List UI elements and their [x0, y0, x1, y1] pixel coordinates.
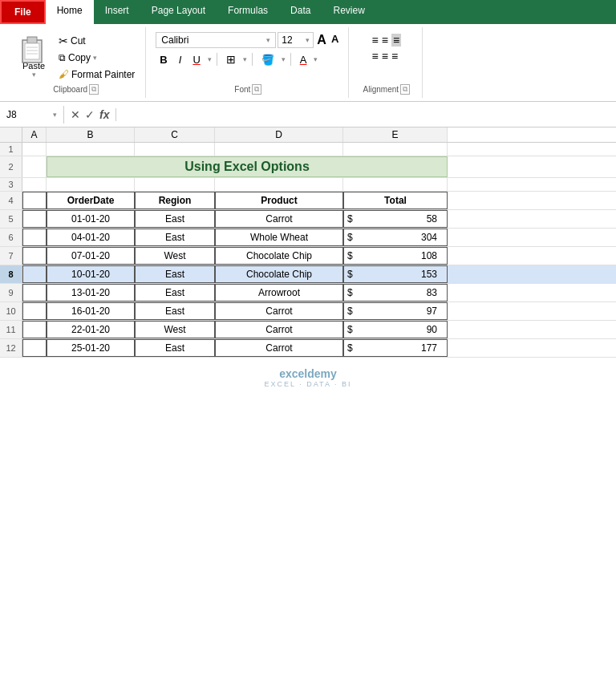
cell-c9[interactable]: East: [135, 284, 215, 302]
font-color-button[interactable]: A: [296, 52, 311, 67]
align-left-button[interactable]: ≡: [372, 50, 379, 63]
cell-d7[interactable]: Chocolate Chip: [215, 247, 343, 265]
cell-c6[interactable]: East: [135, 229, 215, 246]
col-header-a[interactable]: A: [22, 127, 47, 142]
cell-e10[interactable]: $ 97: [343, 302, 448, 320]
cell-reference-box[interactable]: J8 ▾: [0, 106, 64, 123]
formula-input[interactable]: [116, 106, 616, 123]
paste-dropdown-arrow[interactable]: ▾: [32, 71, 36, 79]
cell-d9[interactable]: Arrowroot: [215, 284, 343, 302]
cell-b6[interactable]: 04-01-20: [47, 229, 135, 246]
underline-dropdown[interactable]: ▾: [208, 55, 212, 63]
font-color-dropdown[interactable]: ▾: [314, 55, 318, 63]
cell-c11[interactable]: West: [135, 321, 215, 338]
cell-a10[interactable]: [22, 302, 47, 320]
cell-d4-header[interactable]: Product: [215, 192, 343, 209]
col-header-c[interactable]: C: [135, 127, 215, 142]
cancel-formula-button[interactable]: ✕: [71, 108, 80, 121]
cell-b10[interactable]: 16-01-20: [47, 302, 135, 320]
cell-a1[interactable]: [22, 143, 47, 156]
cell-b8[interactable]: 10-01-20: [47, 265, 135, 283]
row-num-12[interactable]: 12: [0, 339, 22, 357]
increase-font-size-button[interactable]: A: [315, 33, 328, 47]
font-size-dropdown[interactable]: 12 ▾: [278, 32, 314, 48]
insert-function-button[interactable]: fx: [99, 108, 109, 121]
cell-a12[interactable]: [22, 339, 47, 357]
confirm-formula-button[interactable]: ✓: [85, 108, 95, 121]
cell-b5[interactable]: 01-01-20: [47, 210, 135, 228]
row-num-6[interactable]: 6: [0, 229, 22, 246]
cell-e11[interactable]: $ 90: [343, 321, 448, 338]
cell-e3[interactable]: [343, 178, 448, 191]
cell-a11[interactable]: [22, 321, 47, 338]
align-center-button[interactable]: ≡: [382, 50, 388, 63]
cell-e5[interactable]: $ 58: [343, 210, 448, 228]
cell-a4[interactable]: [22, 192, 47, 209]
tab-review[interactable]: Review: [322, 0, 375, 24]
cell-c1[interactable]: [135, 143, 215, 156]
tab-insert[interactable]: Insert: [94, 0, 140, 24]
cell-a2[interactable]: [22, 156, 47, 177]
cell-d11[interactable]: Carrot: [215, 321, 343, 338]
col-header-b[interactable]: B: [47, 127, 135, 142]
tab-file[interactable]: File: [0, 0, 46, 24]
cell-b1[interactable]: [47, 143, 135, 156]
cell-b3[interactable]: [47, 178, 135, 191]
row-num-9[interactable]: 9: [0, 284, 22, 302]
cell-c10[interactable]: East: [135, 302, 215, 320]
cell-b11[interactable]: 22-01-20: [47, 321, 135, 338]
row-num-11[interactable]: 11: [0, 321, 22, 338]
cell-d12[interactable]: Carrot: [215, 339, 343, 357]
row-num-4[interactable]: 4: [0, 192, 22, 209]
cell-c12[interactable]: East: [135, 339, 215, 357]
font-dialog-launcher[interactable]: ⧉: [252, 84, 261, 95]
cell-a3[interactable]: [22, 178, 47, 191]
bold-button[interactable]: B: [156, 52, 171, 67]
italic-button[interactable]: I: [175, 52, 186, 67]
borders-button[interactable]: ⊞: [222, 51, 240, 67]
font-name-dropdown[interactable]: Calibri ▾: [156, 32, 276, 48]
tab-formulas[interactable]: Formulas: [217, 0, 279, 24]
cell-b4-header[interactable]: OrderDate: [47, 192, 135, 209]
align-top-center-button[interactable]: ≡: [382, 34, 388, 47]
format-painter-button[interactable]: 🖌 Format Painter: [56, 67, 137, 81]
col-header-d[interactable]: D: [215, 127, 343, 142]
cell-b7[interactable]: 07-01-20: [47, 247, 135, 265]
alignment-dialog-launcher[interactable]: ⧉: [400, 84, 410, 95]
tab-home[interactable]: Home: [46, 0, 94, 24]
cell-b2-title[interactable]: Using Excel Options: [47, 156, 448, 177]
cell-e7[interactable]: $ 108: [343, 247, 448, 265]
paste-button[interactable]: Paste ▾: [14, 30, 53, 81]
cell-e1[interactable]: [343, 143, 448, 156]
cell-b12[interactable]: 25-01-20: [47, 339, 135, 357]
col-header-e[interactable]: E: [343, 127, 448, 142]
cell-e4-header[interactable]: Total: [343, 192, 448, 209]
underline-button[interactable]: U: [188, 52, 204, 67]
cell-e9[interactable]: $ 83: [343, 284, 448, 302]
cell-d1[interactable]: [215, 143, 343, 156]
cell-d3[interactable]: [215, 178, 343, 191]
cell-e12[interactable]: $ 177: [343, 339, 448, 357]
cell-d10[interactable]: Carrot: [215, 302, 343, 320]
row-num-5[interactable]: 5: [0, 210, 22, 228]
row-num-2[interactable]: 2: [0, 156, 22, 177]
cell-c4-header[interactable]: Region: [135, 192, 215, 209]
cell-c7[interactable]: West: [135, 247, 215, 265]
cell-e6[interactable]: $ 304: [343, 229, 448, 246]
cell-d6[interactable]: Whole Wheat: [215, 229, 343, 246]
cell-e8[interactable]: $ 153: [343, 265, 448, 283]
row-num-7[interactable]: 7: [0, 247, 22, 265]
decrease-font-size-button[interactable]: A: [330, 33, 340, 47]
align-top-left-button[interactable]: ≡: [372, 34, 379, 47]
cut-button[interactable]: ✂ Cut: [56, 34, 137, 48]
row-num-10[interactable]: 10: [0, 302, 22, 320]
borders-dropdown[interactable]: ▾: [243, 55, 247, 63]
cell-a8[interactable]: [22, 265, 47, 283]
clipboard-dialog-launcher[interactable]: ⧉: [89, 84, 99, 95]
copy-dropdown-arrow[interactable]: ▾: [93, 54, 97, 62]
cell-c5[interactable]: East: [135, 210, 215, 228]
cell-b9[interactable]: 13-01-20: [47, 284, 135, 302]
cell-d5[interactable]: Carrot: [215, 210, 343, 228]
align-top-right-button[interactable]: ≡: [391, 34, 401, 47]
cell-a9[interactable]: [22, 284, 47, 302]
